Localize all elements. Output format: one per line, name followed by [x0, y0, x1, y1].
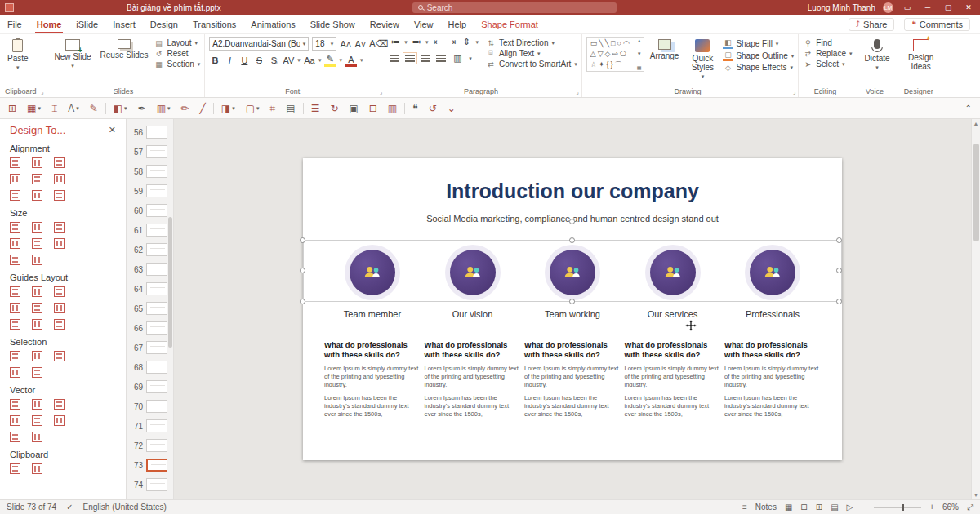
shape-outline-icon[interactable]: ▢: [246, 104, 260, 113]
reading-view-icon[interactable]: ▤: [831, 503, 838, 512]
design-tool-icon[interactable]: [32, 415, 42, 426]
shape-outline-button[interactable]: ▢Shape Outline▾: [723, 51, 794, 61]
design-tool-icon[interactable]: [10, 432, 20, 442]
slide-thumbnail[interactable]: 61: [127, 220, 173, 240]
borders-icon[interactable]: ▦: [27, 104, 41, 113]
slide-title[interactable]: Introduction our company: [303, 179, 842, 203]
normal-view-icon[interactable]: ⊡: [800, 503, 807, 512]
card-label[interactable]: Team working: [545, 309, 600, 319]
design-tool-icon[interactable]: [54, 303, 65, 313]
design-tool-icon[interactable]: [54, 222, 65, 233]
card-circle[interactable]: [550, 250, 595, 295]
design-tool-icon[interactable]: [10, 190, 20, 201]
design-tool-icon[interactable]: [10, 399, 20, 410]
group-objects-icon[interactable]: ▣: [349, 104, 358, 113]
design-tool-icon[interactable]: [10, 303, 20, 313]
card-text[interactable]: What do professionals with these skills …: [425, 340, 521, 419]
design-tool-icon[interactable]: [10, 319, 20, 330]
rotate-icon[interactable]: ↻: [330, 104, 338, 113]
tab-design[interactable]: Design: [143, 15, 185, 33]
selection-handle[interactable]: [300, 268, 305, 273]
scroll-down-icon[interactable]: ▼: [973, 492, 979, 498]
user-avatar[interactable]: LM: [883, 2, 893, 13]
design-tool-icon[interactable]: [32, 286, 42, 297]
design-tool-icon[interactable]: [32, 303, 42, 313]
card-circle[interactable]: [450, 250, 496, 295]
tab-file[interactable]: File: [0, 15, 29, 33]
design-tool-icon[interactable]: [32, 399, 42, 410]
fill-color-icon[interactable]: ◧: [114, 104, 127, 113]
design-tool-icon[interactable]: [32, 463, 42, 474]
numbering-button[interactable]: ≕: [411, 37, 422, 47]
design-tool-icon[interactable]: [32, 238, 42, 249]
tab-insert[interactable]: Insert: [105, 15, 143, 33]
arrange-button[interactable]: Arrange: [647, 37, 683, 63]
professionals-icon[interactable]: Professionals What do professionals with…: [724, 250, 821, 419]
slide-thumbnail[interactable]: 71: [127, 416, 173, 436]
slide-thumbnail[interactable]: 59: [127, 181, 173, 201]
card-label[interactable]: Professionals: [746, 309, 800, 319]
design-tool-icon[interactable]: [10, 286, 20, 297]
clear-formatting-button[interactable]: A⌫: [369, 38, 381, 49]
align-right-button[interactable]: [421, 55, 430, 62]
share-button[interactable]: ⤴ Share: [849, 18, 894, 31]
notes-button[interactable]: Notes: [755, 503, 777, 512]
columns-button[interactable]: ▥: [452, 53, 463, 64]
minimize-button[interactable]: ─: [921, 3, 934, 11]
separator[interactable]: [303, 103, 304, 114]
card-label[interactable]: Team member: [344, 309, 401, 319]
slide-indicator[interactable]: Slide 73 of 74: [7, 503, 56, 512]
design-tool-icon[interactable]: [32, 367, 42, 378]
bold-button[interactable]: B: [209, 55, 220, 65]
design-tool-icon[interactable]: [54, 238, 65, 249]
slide-canvas[interactable]: Introduction our company Social Media ma…: [174, 119, 980, 499]
design-tool-icon[interactable]: [54, 351, 65, 361]
scroll-up-icon[interactable]: ▲: [973, 121, 979, 126]
design-tool-icon[interactable]: [32, 157, 42, 168]
eyedropper-icon[interactable]: ╱: [200, 104, 206, 113]
slide-thumbnail[interactable]: 64: [127, 279, 173, 299]
new-slide-button[interactable]: New Slide ▾: [51, 37, 95, 72]
slideshow-icon[interactable]: ▷: [847, 503, 853, 512]
separator[interactable]: [213, 103, 214, 114]
reuse-slides-button[interactable]: Reuse Slides: [97, 37, 152, 62]
selection-handle[interactable]: [569, 237, 575, 243]
thumbnails-scrollbar[interactable]: [167, 119, 173, 499]
zoom-level[interactable]: 66%: [942, 503, 959, 512]
tab-slide-show[interactable]: Slide Show: [303, 15, 363, 33]
tab-help[interactable]: Help: [441, 15, 474, 33]
rotate-handle[interactable]: [569, 219, 575, 224]
slide-thumbnail[interactable]: 56: [127, 122, 173, 142]
increase-indent-button[interactable]: ⇥: [446, 37, 457, 47]
slide-thumbnail[interactable]: 72: [127, 436, 173, 455]
design-tool-icon[interactable]: [10, 238, 20, 249]
pencil-icon[interactable]: ✎: [90, 104, 98, 113]
canvas-scrollbar[interactable]: ▲ ▼: [971, 119, 980, 499]
card-text[interactable]: What do professionals with these skills …: [324, 340, 421, 419]
card-circle[interactable]: [650, 250, 696, 295]
crop-icon[interactable]: ⌗: [270, 104, 276, 113]
zoom-slider[interactable]: [874, 507, 921, 508]
underline-button[interactable]: U: [238, 55, 250, 65]
fit-slide-icon[interactable]: ⤢: [967, 503, 973, 512]
selection-handle[interactable]: [836, 299, 842, 304]
bullets-button[interactable]: ≔: [390, 37, 401, 47]
tab-shape-format[interactable]: Shape Format: [474, 15, 546, 33]
slide-thumbnail[interactable]: 70: [127, 397, 173, 416]
design-tool-icon[interactable]: [54, 286, 65, 297]
design-tool-icon[interactable]: [54, 415, 65, 426]
design-tool-icon[interactable]: [54, 174, 65, 184]
shape-fill-icon[interactable]: ◨: [221, 104, 235, 113]
slide-thumbnail[interactable]: 66: [127, 318, 173, 338]
design-tool-icon[interactable]: [10, 463, 20, 474]
pen-icon[interactable]: ✒: [138, 104, 146, 113]
design-tool-icon[interactable]: [10, 174, 20, 184]
slide-editing-area[interactable]: Introduction our company Social Media ma…: [303, 158, 842, 460]
tab-view[interactable]: View: [407, 15, 441, 33]
replace-button[interactable]: ⇄Replace▾: [803, 49, 852, 58]
align-objects-icon[interactable]: ☰: [311, 104, 320, 113]
design-tool-icon[interactable]: [32, 190, 42, 201]
slide-thumbnail[interactable]: 68: [127, 357, 173, 377]
reset-button[interactable]: ↺Reset: [154, 49, 200, 58]
change-case-button[interactable]: Aa: [304, 55, 315, 65]
